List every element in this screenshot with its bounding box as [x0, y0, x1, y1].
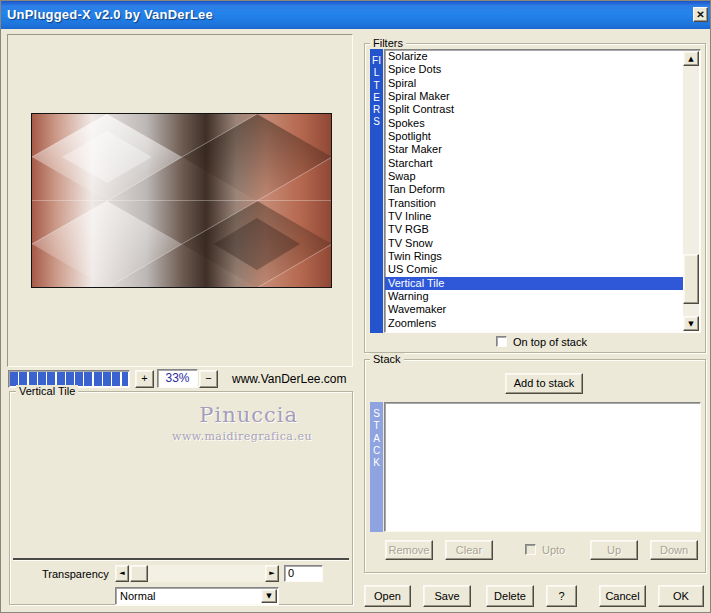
slider-left-arrow-icon[interactable]: ◄ [115, 565, 129, 582]
filter-item[interactable]: Vertical Tile [385, 277, 684, 290]
filter-item[interactable]: Zoomlens [385, 317, 684, 330]
filter-item[interactable]: Spokes [385, 117, 684, 130]
upto-checkbox[interactable] [525, 544, 536, 555]
delete-button[interactable]: Delete [486, 585, 534, 607]
close-icon[interactable]: ✕ [693, 7, 708, 22]
transparency-slider[interactable]: ◄ ► [115, 565, 279, 582]
filters-listbox[interactable]: ▲ ▼ SolarizeSpice DotsSpiralSpiral Maker… [384, 49, 701, 333]
blend-mode-value: Normal [120, 589, 155, 603]
cancel-button[interactable]: Cancel [599, 585, 646, 607]
down-button[interactable]: Down [650, 540, 698, 560]
plugin-dialog: UnPlugged-X v2.0 by VanDerLee ✕ [0, 0, 711, 613]
filter-item[interactable]: Starchart [385, 157, 684, 170]
filter-item[interactable]: TV Inline [385, 210, 684, 223]
filter-item[interactable]: Split Contrast [385, 103, 684, 116]
transparency-label: Transparency [42, 568, 109, 581]
progress-bar-fill [10, 372, 128, 386]
filter-item[interactable]: Swap [385, 170, 684, 183]
filter-item[interactable]: Warning [385, 290, 684, 303]
separator-line [13, 558, 349, 561]
filter-item[interactable]: Solarize [385, 50, 684, 63]
zoom-in-button[interactable]: + [135, 370, 154, 388]
filter-item[interactable]: TV Snow [385, 237, 684, 250]
filters-band: FILTERS [370, 49, 383, 333]
filter-item[interactable]: Wavemaker [385, 303, 684, 316]
scroll-up-icon[interactable]: ▲ [683, 51, 699, 66]
add-to-stack-button[interactable]: Add to stack [505, 373, 583, 394]
filter-item[interactable]: Twin Rings [385, 250, 684, 263]
filter-item[interactable]: Tan Deform [385, 183, 684, 196]
slider-right-arrow-icon[interactable]: ► [265, 565, 279, 582]
filter-item[interactable]: Spice Dots [385, 63, 684, 76]
on-top-of-stack-label: On top of stack [513, 336, 587, 349]
settings-group: Vertical Tile Pinuccia www.maidiregrafic… [9, 391, 353, 605]
open-button[interactable]: Open [364, 585, 411, 607]
filters-scrollbar[interactable]: ▲ ▼ [683, 51, 699, 331]
transparency-input[interactable]: 0 [284, 565, 323, 582]
preview-image [31, 113, 332, 288]
stack-group: Stack Add to stack STACK Remove Clear Up… [364, 359, 706, 573]
slider-thumb[interactable] [130, 565, 148, 582]
filter-item[interactable]: US Comic [385, 263, 684, 276]
ok-button[interactable]: OK [658, 585, 704, 607]
dropdown-arrow-icon[interactable]: ▼ [261, 589, 277, 603]
upto-label: Upto [542, 544, 565, 557]
filter-item[interactable]: Spiral Maker [385, 90, 684, 103]
zoom-out-button[interactable]: − [199, 370, 218, 388]
preview-panel [7, 34, 353, 367]
scroll-down-icon[interactable]: ▼ [683, 316, 699, 331]
filter-item[interactable]: Spotlight [385, 130, 684, 143]
scrollbar-thumb[interactable] [683, 254, 699, 304]
up-button[interactable]: Up [590, 540, 638, 560]
filter-item[interactable]: TV RGB [385, 223, 684, 236]
on-top-of-stack-checkbox[interactable] [496, 336, 507, 347]
window-title: UnPlugged-X v2.0 by VanDerLee [7, 1, 213, 29]
stack-group-label: Stack [370, 353, 404, 366]
titlebar: UnPlugged-X v2.0 by VanDerLee ✕ [1, 1, 711, 29]
blend-mode-select[interactable]: Normal ▼ [115, 587, 279, 605]
filters-group: Filters FILTERS ▲ ▼ SolarizeSpice DotsSp… [364, 43, 706, 353]
vanderlee-website-text: www.VanDerLee.com [232, 372, 347, 386]
faceted-preview-graphic [32, 114, 332, 288]
stack-list[interactable] [384, 402, 701, 532]
save-button[interactable]: Save [423, 585, 471, 607]
watermark-site: www.maidiregrafica.eu [172, 430, 312, 443]
watermark-name: Pinuccia [199, 403, 298, 427]
clear-button[interactable]: Clear [445, 540, 493, 560]
filter-item[interactable]: Star Maker [385, 143, 684, 156]
filter-item[interactable]: Spiral [385, 77, 684, 90]
help-button[interactable]: ? [546, 585, 577, 607]
stack-band: STACK [370, 402, 383, 532]
zoom-level-display: 33% [157, 369, 198, 388]
filter-item[interactable]: Transition [385, 197, 684, 210]
settings-group-label: Vertical Tile [16, 385, 78, 398]
remove-button[interactable]: Remove [385, 540, 433, 560]
